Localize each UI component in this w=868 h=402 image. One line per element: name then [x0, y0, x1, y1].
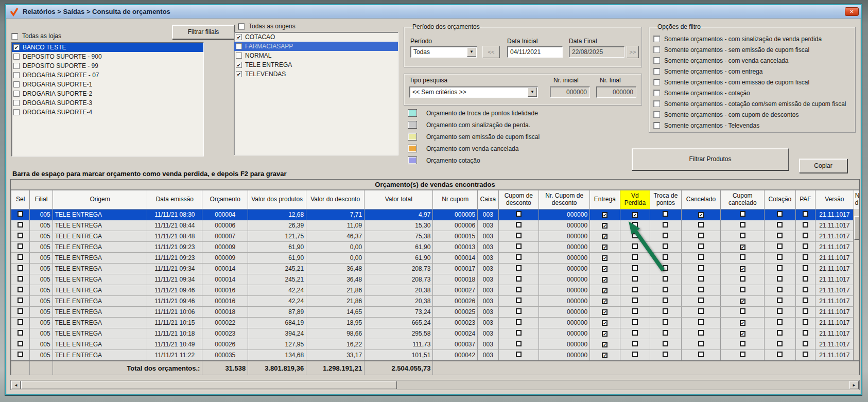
cancelado-checkbox[interactable] [698, 341, 704, 346]
store-item[interactable]: DROGARIA SUPORTE-4 [12, 108, 203, 117]
column-header-sel[interactable]: Sel [11, 190, 30, 209]
column-header-data-emissao[interactable]: Data emissão [147, 190, 202, 209]
origin-checkbox[interactable] [236, 53, 242, 59]
entrega-checkbox[interactable]: ✔ [602, 223, 607, 229]
entrega-checkbox[interactable]: ✔ [602, 331, 607, 337]
column-header-nr-cupom[interactable]: Nr cupom [433, 190, 478, 209]
chevron-down-icon[interactable]: ▼ [528, 88, 537, 97]
origin-checkbox[interactable] [236, 43, 242, 49]
copy-button[interactable]: Copiar [799, 159, 847, 173]
cancelado-checkbox[interactable] [698, 330, 704, 336]
cupom-cancelado-checkbox[interactable] [740, 254, 745, 260]
cotacao-checkbox[interactable] [777, 276, 783, 282]
table-row[interactable]: 005TELE ENTREGA11/11/21 10:15000022684,1… [11, 318, 860, 328]
cotacao-checkbox[interactable] [777, 308, 783, 314]
search-type-combobox[interactable]: << Sem critérios >> ▼ [409, 86, 538, 98]
filter-products-button[interactable]: Filtrar Produtos [632, 148, 789, 170]
sel-checkbox[interactable] [18, 308, 23, 314]
sel-checkbox[interactable] [18, 276, 23, 282]
filter-option-checkbox[interactable] [653, 111, 660, 118]
table-row[interactable]: 005TELE ENTREGA11/11/21 10:49000026127,9… [11, 339, 860, 350]
vertical-scrollbar-thumb[interactable] [854, 216, 859, 240]
cotacao-checkbox[interactable] [777, 222, 783, 228]
entrega-checkbox[interactable]: ✔ [602, 309, 607, 315]
sel-checkbox[interactable] [18, 341, 23, 346]
entrega-checkbox[interactable]: ✔ [602, 212, 607, 218]
cupom-cancelado-checkbox[interactable]: ✔ [740, 299, 745, 304]
cupom-desconto-checkbox[interactable] [516, 211, 522, 217]
cancelado-checkbox[interactable] [698, 352, 704, 357]
cupom-desconto-checkbox[interactable] [516, 254, 522, 260]
cupom-desconto-checkbox[interactable] [516, 330, 522, 336]
vd-perdida-checkbox[interactable] [632, 254, 638, 260]
vertical-scrollbar[interactable] [853, 209, 859, 360]
prev-period-button[interactable]: << [482, 46, 500, 58]
table-row[interactable]: 005TELE ENTREGA11/11/21 10:18000023394,2… [11, 328, 860, 339]
troca-pontos-checkbox[interactable] [663, 287, 668, 292]
cupom-cancelado-checkbox[interactable]: ✔ [740, 266, 745, 272]
cupom-cancelado-checkbox[interactable] [740, 233, 745, 238]
troca-pontos-checkbox[interactable] [663, 352, 668, 357]
cancelado-checkbox[interactable]: ✔ [698, 212, 704, 218]
origin-checkbox[interactable]: ✔ [236, 34, 242, 40]
vd-perdida-checkbox[interactable] [632, 352, 638, 357]
column-header-versao[interactable]: Versão [815, 190, 854, 209]
vd-perdida-checkbox[interactable] [632, 341, 638, 346]
vd-perdida-checkbox[interactable] [632, 276, 638, 282]
troca-pontos-checkbox[interactable] [663, 276, 668, 282]
troca-pontos-checkbox[interactable] [663, 265, 668, 271]
cupom-desconto-checkbox[interactable] [516, 222, 522, 228]
cotacao-checkbox[interactable] [777, 352, 783, 357]
entrega-checkbox[interactable]: ✔ [602, 299, 607, 304]
filter-option-checkbox[interactable] [653, 57, 660, 64]
column-header-origem[interactable]: Origem [53, 190, 147, 209]
column-header-valor-desconto[interactable]: Valor do desconto [306, 190, 364, 209]
cupom-desconto-checkbox[interactable] [516, 265, 522, 271]
column-header-cupom-cancelado[interactable]: Cupom cancelado [721, 190, 765, 209]
horizontal-scrollbar[interactable]: ◄ ► [10, 380, 860, 390]
cancelado-checkbox[interactable] [698, 254, 704, 260]
column-header-paf[interactable]: PAF [795, 190, 815, 209]
table-row[interactable]: 005TELE ENTREGA11/11/21 10:0600001887,89… [11, 307, 860, 318]
column-header-cancelado[interactable]: Cancelado [681, 190, 721, 209]
vd-perdida-checkbox[interactable] [632, 298, 638, 303]
cupom-cancelado-checkbox[interactable] [740, 211, 745, 217]
entrega-checkbox[interactable]: ✔ [602, 288, 607, 293]
cancelado-checkbox[interactable] [698, 243, 704, 249]
cancelado-checkbox[interactable] [698, 308, 704, 314]
vd-perdida-checkbox[interactable] [632, 330, 638, 336]
store-checkbox[interactable] [13, 100, 20, 106]
troca-pontos-checkbox[interactable] [663, 330, 668, 336]
scroll-left-arrow-icon[interactable]: ◄ [11, 381, 21, 389]
table-row[interactable]: 005TELE ENTREGA11/11/21 09:2300000961,90… [11, 242, 860, 253]
period-combobox[interactable]: Todas ▼ [410, 46, 477, 58]
sel-checkbox[interactable] [18, 254, 23, 260]
horizontal-scrollbar-thumb[interactable] [21, 381, 397, 389]
chevron-down-icon[interactable]: ▼ [467, 47, 476, 57]
sel-checkbox[interactable] [18, 222, 23, 228]
all-stores-checkbox[interactable] [11, 33, 18, 40]
column-header-nr-cupom-desconto[interactable]: Nr. Cupom de desconto [539, 190, 590, 209]
entrega-checkbox[interactable]: ✔ [602, 277, 607, 283]
filter-option-checkbox[interactable] [653, 100, 660, 107]
store-checkbox[interactable] [13, 63, 20, 69]
paf-checkbox[interactable] [803, 254, 808, 260]
cancelado-checkbox[interactable] [698, 276, 704, 282]
store-item[interactable]: DROGARIA SUPORTE-3 [12, 98, 203, 108]
cotacao-checkbox[interactable] [777, 341, 783, 346]
paf-checkbox[interactable] [803, 265, 808, 271]
origin-item[interactable]: ✔TELEVENDAS [234, 69, 398, 79]
sel-checkbox[interactable] [18, 243, 23, 249]
store-checkbox[interactable] [13, 81, 20, 88]
cupom-cancelado-checkbox[interactable] [740, 222, 745, 228]
filter-option-checkbox[interactable] [653, 46, 660, 53]
paf-checkbox[interactable] [803, 330, 808, 336]
cupom-desconto-checkbox[interactable] [516, 319, 522, 325]
cupom-desconto-checkbox[interactable] [516, 352, 522, 357]
cupom-desconto-checkbox[interactable] [516, 308, 522, 314]
filter-option-checkbox[interactable] [653, 122, 660, 129]
store-item[interactable]: DROGARIA SUPORTE - 07 [12, 71, 203, 80]
entrega-checkbox[interactable]: ✔ [602, 255, 607, 261]
table-row[interactable]: 005TELE ENTREGA11/11/21 09:4600001642,24… [11, 285, 860, 296]
column-header-filial[interactable]: Filial [30, 190, 53, 209]
